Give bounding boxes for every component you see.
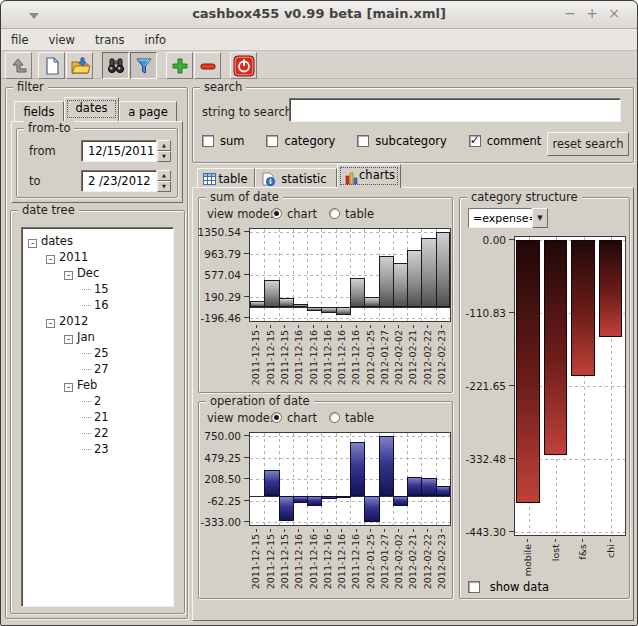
tree-item-label[interactable]: 2012 (59, 314, 88, 328)
from-date-value[interactable]: 12/15/2011 (81, 140, 157, 162)
to-date-arrows[interactable]: ▲▼ (157, 170, 171, 192)
tree-item-dates[interactable]: -dates (22, 233, 173, 249)
bar-2011-12-15 (264, 470, 279, 495)
tree-item-23[interactable]: 23 (22, 441, 173, 457)
tab-dates[interactable]: dates (64, 97, 119, 121)
tree-item-label[interactable]: 15 (94, 282, 109, 296)
ytick-label: -333.00 (200, 516, 241, 528)
up-arrow-button[interactable] (5, 52, 32, 79)
tree-item-label[interactable]: 25 (94, 346, 109, 360)
minimize-button[interactable]: − (559, 5, 581, 21)
tree-item-label[interactable]: dates (41, 234, 73, 248)
tree-item-label[interactable]: 2 (94, 394, 101, 408)
xtick-label: 2012-02-22 (423, 534, 433, 589)
from-date-arrows[interactable]: ▲▼ (157, 140, 171, 162)
tree-item-2011[interactable]: -2011 (22, 249, 173, 265)
spin-up-icon[interactable]: ▲ (157, 170, 171, 181)
category-combobox[interactable]: =expense= ▼ (468, 208, 548, 228)
menu-trans[interactable]: trans (85, 30, 135, 47)
reset-search-button[interactable]: reset search (547, 132, 629, 156)
new-document-button[interactable] (38, 52, 65, 79)
find-button[interactable] (102, 52, 129, 79)
ytick-label: -62.25 (207, 495, 241, 507)
spin-down-icon[interactable]: ▼ (157, 181, 171, 192)
xtick-mark (256, 325, 257, 328)
search-option-category: category (266, 134, 335, 148)
maximize-button[interactable]: + (581, 5, 603, 21)
sum-checkbox[interactable] (202, 135, 214, 147)
expander-icon[interactable]: - (64, 271, 73, 280)
filter-button[interactable] (130, 52, 157, 79)
tree-item-15[interactable]: 15 (22, 281, 173, 297)
show-data-checkbox[interactable] (468, 581, 480, 593)
tree-item-label[interactable]: 23 (94, 442, 109, 456)
tab-fields[interactable]: fields (14, 101, 64, 121)
tree-item-label[interactable]: 27 (94, 362, 109, 376)
sum-radio-table[interactable] (329, 208, 340, 219)
sum-radio-chart[interactable] (271, 208, 282, 219)
xlabel-slot: 2011-12-16 (306, 325, 320, 389)
bar-2012-01-25 (364, 297, 379, 307)
tree-item-27[interactable]: 27 (22, 361, 173, 377)
category-checkbox[interactable] (266, 135, 278, 147)
to-date-spinner[interactable]: 2 /23/2012 ▲▼ (81, 170, 171, 192)
add-icon (170, 56, 190, 76)
tree-item-21[interactable]: 21 (22, 409, 173, 425)
close-button[interactable]: × (603, 5, 625, 21)
subcategory-checkbox[interactable] (357, 135, 369, 147)
tab-table[interactable]: table (197, 168, 255, 188)
search-input[interactable] (289, 98, 621, 122)
tree-item-label[interactable]: 2011 (59, 250, 88, 264)
comment-checkbox[interactable] (469, 135, 481, 147)
tree-item-label[interactable]: 21 (94, 410, 109, 424)
op-radio-table[interactable] (329, 412, 340, 423)
bar-lost (544, 240, 568, 455)
expander-icon[interactable]: - (64, 335, 73, 344)
tree-item-22[interactable]: 22 (22, 425, 173, 441)
tree-item-25[interactable]: 25 (22, 345, 173, 361)
expander-icon[interactable]: - (28, 239, 37, 248)
tree-connector (82, 417, 91, 418)
tree-item-label[interactable]: 22 (94, 426, 109, 440)
exit-button[interactable] (230, 52, 257, 79)
tree-item-label[interactable]: Feb (77, 378, 97, 392)
xlabel-slot: 2011-12-15 (278, 325, 292, 389)
open-folder-button[interactable] (66, 52, 93, 79)
xlabel-slot: 2011-12-15 (249, 529, 263, 593)
menu-info[interactable]: info (135, 30, 177, 47)
tab-statistic[interactable]: i statistic (255, 168, 337, 188)
category-combobox-value[interactable]: =expense= (468, 208, 532, 228)
remove-button[interactable] (194, 52, 221, 79)
chevron-down-icon[interactable]: ▼ (532, 208, 548, 228)
date-tree[interactable]: -dates-2011-Dec1516-2012-Jan2527-Feb2212… (21, 227, 174, 607)
op-chart-xlabels: 2011-12-152011-12-152011-12-152011-12-16… (249, 529, 451, 593)
expander-icon[interactable]: - (46, 319, 55, 328)
xtick-mark (341, 325, 342, 328)
menu-view[interactable]: view (39, 30, 85, 47)
from-date-spinner[interactable]: 12/15/2011 ▲▼ (81, 140, 171, 162)
op-radio-chart[interactable] (271, 412, 282, 423)
to-date-value[interactable]: 2 /23/2012 (81, 170, 157, 192)
expander-icon[interactable]: - (46, 255, 55, 264)
tree-item-16[interactable]: 16 (22, 297, 173, 313)
tree-item-2[interactable]: 2 (22, 393, 173, 409)
tab-a-page[interactable]: a page (119, 101, 177, 121)
xtick-label: f&s (578, 544, 588, 560)
tree-item-Feb[interactable]: -Feb (22, 377, 173, 393)
sum-chart-xlabels: 2011-12-152011-12-152011-12-152011-12-16… (249, 325, 451, 389)
spin-down-icon[interactable]: ▼ (157, 151, 171, 162)
tree-item-label[interactable]: Jan (77, 330, 95, 344)
tab-charts[interactable]: charts (337, 164, 401, 188)
bar-2011-12-16 (321, 307, 336, 313)
expander-icon[interactable]: - (64, 383, 73, 392)
menu-file[interactable]: file (1, 30, 39, 47)
tree-item-Jan[interactable]: -Jan (22, 329, 173, 345)
table-icon (203, 173, 216, 185)
tree-item-label[interactable]: 16 (94, 298, 109, 312)
sum-chart-plot (249, 228, 451, 322)
tree-item-2012[interactable]: -2012 (22, 313, 173, 329)
tree-item-Dec[interactable]: -Dec (22, 265, 173, 281)
tree-item-label[interactable]: Dec (77, 266, 99, 280)
add-button[interactable] (166, 52, 193, 79)
spin-up-icon[interactable]: ▲ (157, 140, 171, 151)
